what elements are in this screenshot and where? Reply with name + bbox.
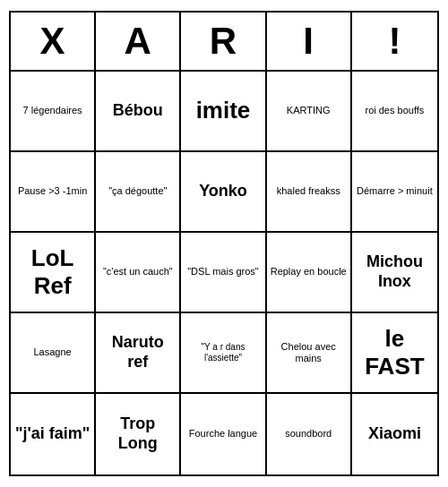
grid-cell-0-0: 7 légendaires xyxy=(11,72,96,152)
grid-cell-1-1: "ça dégoutte" xyxy=(96,152,181,233)
grid-cell-1-3: khaled freakss xyxy=(267,152,352,233)
grid-cell-0-4: roi des bouffs xyxy=(352,72,437,152)
header-letter-3: I xyxy=(267,13,352,70)
header-letter-4: ! xyxy=(352,13,437,70)
header-letter-1: A xyxy=(96,13,181,70)
header-letter-0: X xyxy=(11,13,96,70)
bingo-header: XARI! xyxy=(11,13,437,72)
grid-cell-2-2: "DSL mais gros" xyxy=(181,233,266,313)
grid-cell-2-4: Michou Inox xyxy=(352,233,437,313)
grid-cell-3-4: le FAST xyxy=(352,313,437,394)
grid-cell-0-2: imite xyxy=(181,72,266,152)
grid-cell-0-3: KARTING xyxy=(267,72,352,152)
grid-cell-3-2: "Y a r dans l'assiette" xyxy=(181,313,266,394)
grid-cell-4-2: Fourche langue xyxy=(181,394,266,474)
grid-cell-1-2: Yonko xyxy=(181,152,266,233)
bingo-grid: 7 légendairesBébouimiteKARTINGroi des bo… xyxy=(11,72,437,474)
grid-cell-2-3: Replay en boucle xyxy=(267,233,352,313)
grid-cell-4-0: "j'ai faim" xyxy=(11,394,96,474)
grid-cell-3-3: Chelou avec mains xyxy=(267,313,352,394)
grid-cell-3-0: Lasagne xyxy=(11,313,96,394)
grid-cell-4-4: Xiaomi xyxy=(352,394,437,474)
grid-cell-3-1: Naruto ref xyxy=(96,313,181,394)
bingo-card: XARI! 7 légendairesBébouimiteKARTINGroi … xyxy=(9,11,439,476)
grid-cell-0-1: Bébou xyxy=(96,72,181,152)
header-letter-2: R xyxy=(181,13,266,70)
grid-cell-1-4: Démarre > minuit xyxy=(352,152,437,233)
grid-cell-4-3: soundbord xyxy=(267,394,352,474)
grid-cell-4-1: Trop Long xyxy=(96,394,181,474)
grid-cell-1-0: Pause >3 -1min xyxy=(11,152,96,233)
grid-cell-2-1: "c'est un cauch" xyxy=(96,233,181,313)
grid-cell-2-0: LoL Ref xyxy=(11,233,96,313)
